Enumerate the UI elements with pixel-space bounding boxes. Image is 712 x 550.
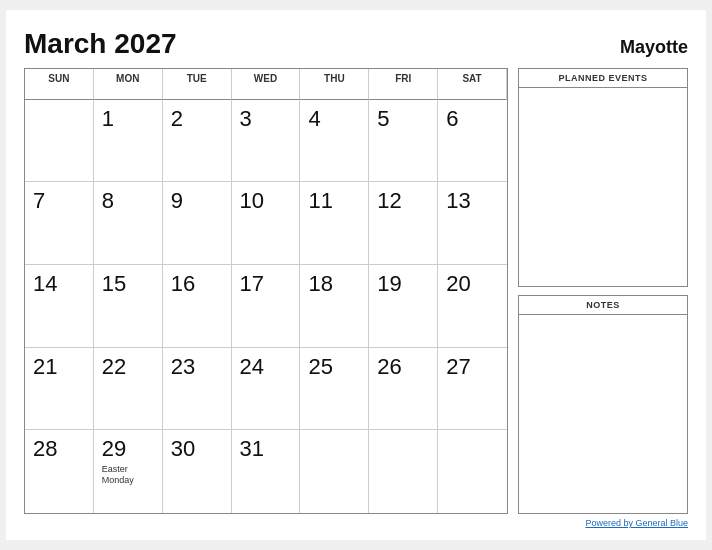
calendar-grid: SUN MON TUE WED THU FRI SAT 1 2 3 4 5 6 … bbox=[25, 69, 507, 513]
day-cell-29: 29 Easter Monday bbox=[94, 430, 163, 513]
day-header-fri: FRI bbox=[369, 69, 438, 100]
day-cell-15: 15 bbox=[94, 265, 163, 348]
day-header-wed: WED bbox=[232, 69, 301, 100]
empty-cell-end2 bbox=[369, 430, 438, 513]
notes-box: NOTES bbox=[518, 295, 688, 514]
empty-cell-end1 bbox=[300, 430, 369, 513]
day-cell-27: 27 bbox=[438, 348, 507, 431]
day-cell-5: 5 bbox=[369, 100, 438, 183]
region-title: Mayotte bbox=[620, 37, 688, 58]
day-header-sun: SUN bbox=[25, 69, 94, 100]
calendar-section: SUN MON TUE WED THU FRI SAT 1 2 3 4 5 6 … bbox=[24, 68, 508, 514]
planned-events-box: PLANNED EVENTS bbox=[518, 68, 688, 287]
day-cell-16: 16 bbox=[163, 265, 232, 348]
day-cell-1: 1 bbox=[94, 100, 163, 183]
day-cell-17: 17 bbox=[232, 265, 301, 348]
day-cell-20: 20 bbox=[438, 265, 507, 348]
day-cell-30: 30 bbox=[163, 430, 232, 513]
day-header-sat: SAT bbox=[438, 69, 507, 100]
empty-cell bbox=[25, 100, 94, 183]
main-content: SUN MON TUE WED THU FRI SAT 1 2 3 4 5 6 … bbox=[24, 68, 688, 514]
day-cell-6: 6 bbox=[438, 100, 507, 183]
day-cell-14: 14 bbox=[25, 265, 94, 348]
day-cell-3: 3 bbox=[232, 100, 301, 183]
day-cell-21: 21 bbox=[25, 348, 94, 431]
day-cell-28: 28 bbox=[25, 430, 94, 513]
planned-events-content bbox=[519, 88, 687, 286]
empty-cell-end3 bbox=[438, 430, 507, 513]
day-cell-25: 25 bbox=[300, 348, 369, 431]
footer: Powered by General Blue bbox=[24, 518, 688, 528]
calendar-page: March 2027 Mayotte SUN MON TUE WED THU F… bbox=[6, 10, 706, 540]
month-title: March 2027 bbox=[24, 28, 177, 60]
day-cell-23: 23 bbox=[163, 348, 232, 431]
header-row: March 2027 Mayotte bbox=[24, 28, 688, 60]
day-cell-22: 22 bbox=[94, 348, 163, 431]
notes-content bbox=[519, 315, 687, 513]
day-cell-7: 7 bbox=[25, 182, 94, 265]
day-header-thu: THU bbox=[300, 69, 369, 100]
day-cell-18: 18 bbox=[300, 265, 369, 348]
day-header-mon: MON bbox=[94, 69, 163, 100]
day-cell-2: 2 bbox=[163, 100, 232, 183]
day-header-tue: TUE bbox=[163, 69, 232, 100]
day-cell-19: 19 bbox=[369, 265, 438, 348]
day-cell-13: 13 bbox=[438, 182, 507, 265]
planned-events-header: PLANNED EVENTS bbox=[519, 69, 687, 88]
day-cell-24: 24 bbox=[232, 348, 301, 431]
day-cell-10: 10 bbox=[232, 182, 301, 265]
powered-by-link[interactable]: Powered by General Blue bbox=[585, 518, 688, 528]
day-cell-4: 4 bbox=[300, 100, 369, 183]
day-cell-31: 31 bbox=[232, 430, 301, 513]
day-cell-9: 9 bbox=[163, 182, 232, 265]
day-cell-12: 12 bbox=[369, 182, 438, 265]
side-panel: PLANNED EVENTS NOTES bbox=[518, 68, 688, 514]
easter-monday-label: Easter Monday bbox=[102, 464, 154, 486]
day-cell-26: 26 bbox=[369, 348, 438, 431]
day-cell-8: 8 bbox=[94, 182, 163, 265]
notes-header: NOTES bbox=[519, 296, 687, 315]
day-cell-11: 11 bbox=[300, 182, 369, 265]
